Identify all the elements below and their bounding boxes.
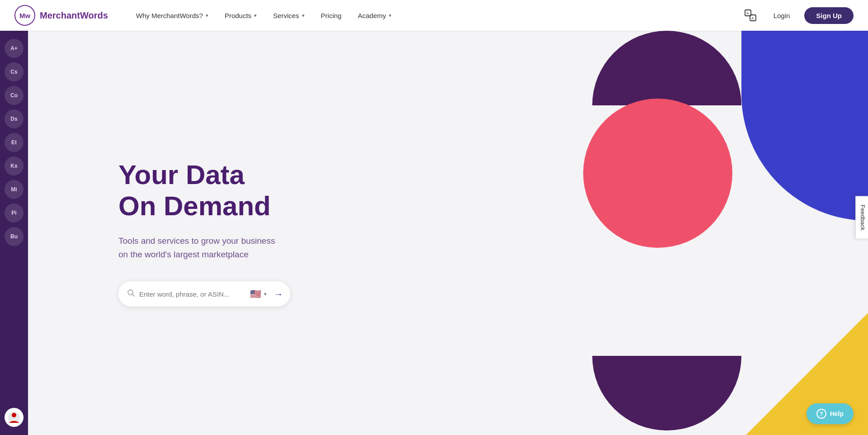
search-submit-button[interactable]: → xyxy=(274,289,283,299)
chevron-down-icon: ▾ xyxy=(206,13,208,19)
signup-button[interactable]: Sign Up xyxy=(804,7,854,24)
sidebar-item-co[interactable]: Co xyxy=(5,86,24,105)
hero-subtitle: Tools and services to grow your business… xyxy=(118,234,290,262)
sidebar-item-profile[interactable] xyxy=(5,408,24,427)
svg-text:A: A xyxy=(746,11,749,15)
search-bar: 🇺🇸 ▾ → xyxy=(118,281,290,307)
nav-services[interactable]: Services ▾ xyxy=(267,8,311,23)
chevron-down-icon: ▾ xyxy=(254,13,257,19)
flag-icon: 🇺🇸 xyxy=(250,288,261,299)
main-nav: Why MerchantWords? ▾ Products ▾ Services… xyxy=(130,8,742,23)
sidebar-item-mi[interactable]: Mi xyxy=(5,180,24,199)
translate-icon[interactable]: A A xyxy=(742,7,759,24)
flag-selector[interactable]: 🇺🇸 ▾ xyxy=(247,287,269,301)
sidebar-item-a-plus[interactable]: A+ xyxy=(5,39,24,58)
svg-text:A: A xyxy=(751,16,754,20)
hero-title: Your Data On Demand xyxy=(118,159,290,222)
nav-pricing[interactable]: Pricing xyxy=(315,8,348,23)
feedback-tab[interactable]: Feedback xyxy=(855,196,868,239)
logo-icon: Mw xyxy=(14,5,35,26)
sidebar-item-bu[interactable]: Bu xyxy=(5,227,24,246)
search-icon xyxy=(127,289,135,298)
hero-artwork xyxy=(570,31,868,435)
logo-name: MerchantWords xyxy=(40,10,108,21)
dropdown-chevron-icon: ▾ xyxy=(264,291,267,297)
hero-section: Your Data On Demand Tools and services t… xyxy=(28,159,317,307)
sidebar-item-ds[interactable]: Ds xyxy=(5,109,24,128)
help-icon: ? xyxy=(816,409,826,419)
sidebar-item-et[interactable]: Et xyxy=(5,133,24,152)
sidebar-item-cs[interactable]: Cs xyxy=(5,62,24,81)
svg-line-7 xyxy=(132,294,135,297)
sidebar-item-kx[interactable]: Kx xyxy=(5,156,24,175)
chevron-down-icon: ▾ xyxy=(302,13,305,19)
navbar-right: A A Login Sign Up xyxy=(742,7,854,24)
nav-why-merchantwords[interactable]: Why MerchantWords? ▾ xyxy=(130,8,215,23)
nav-products[interactable]: Products ▾ xyxy=(218,8,263,23)
chevron-down-icon: ▾ xyxy=(389,13,392,19)
logo-link[interactable]: Mw MerchantWords xyxy=(14,5,108,26)
login-button[interactable]: Login xyxy=(768,8,796,23)
sidebar: A+ Cs Co Ds Et Kx Mi Pi Bu xyxy=(0,31,28,435)
help-button[interactable]: ? Help xyxy=(807,403,854,424)
search-input[interactable] xyxy=(139,290,244,298)
main-content: Your Data On Demand Tools and services t… xyxy=(28,31,868,435)
nav-academy[interactable]: Academy ▾ xyxy=(351,8,398,23)
navbar: Mw MerchantWords Why MerchantWords? ▾ Pr… xyxy=(0,0,868,31)
sidebar-item-pi[interactable]: Pi xyxy=(5,203,24,222)
svg-point-5 xyxy=(12,413,16,417)
